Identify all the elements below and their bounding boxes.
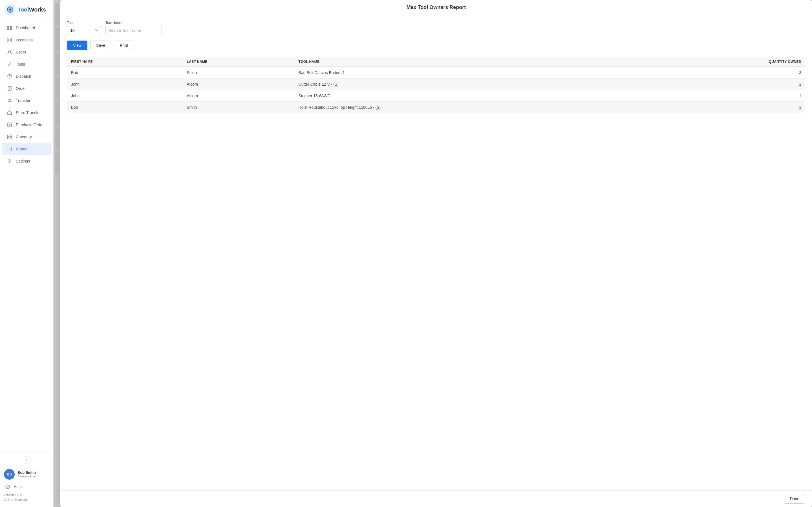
- sidebar-item-purchase-order[interactable]: Purchase Order: [2, 119, 52, 131]
- dispatch-icon: [7, 73, 12, 79]
- cell-last-name: Smith: [183, 102, 294, 113]
- dashboard-label: Dashboard: [16, 25, 35, 30]
- modal-header: Max Tool Owners Report: [60, 0, 812, 15]
- tool-name-filter-group: Tool Name: [105, 21, 162, 35]
- users-label: Users: [16, 50, 26, 54]
- svg-rect-9: [10, 38, 11, 40]
- help-icon: [5, 484, 10, 489]
- modal-body: Top 10 5 15 20 25 Tool Name: [60, 15, 812, 490]
- svg-rect-4: [10, 25, 12, 27]
- svg-rect-8: [8, 41, 9, 42]
- sidebar-nav: Dashboard Locations Users Tools: [0, 19, 53, 451]
- collapse-circle[interactable]: [23, 456, 31, 464]
- cell-tool-name: Bag Bolt Canvas Bottom 1: [295, 67, 647, 78]
- svg-rect-5: [7, 28, 9, 30]
- svg-rect-7: [8, 38, 9, 40]
- sidebar-item-transfer[interactable]: Transfer: [2, 95, 52, 107]
- user-name: Bob Smith: [17, 470, 38, 474]
- locations-icon: [7, 37, 12, 43]
- sidebar: ToolWorks Dashboard Locations Users: [0, 0, 54, 507]
- col-quantity: QUANTITY OWNED: [647, 57, 805, 67]
- logo-icon: [5, 4, 15, 15]
- cell-tool-name: Hoist Roustabout 15Ft Top Height 1500Lb …: [295, 102, 647, 113]
- cell-last-name: Smith: [183, 67, 294, 78]
- version-info: version 1.0.0 2021 © Meghsoft: [0, 492, 53, 505]
- cell-first-name: John: [67, 78, 183, 90]
- category-label: Category: [16, 135, 32, 139]
- sidebar-item-order[interactable]: Order: [2, 82, 52, 94]
- sidebar-item-locations[interactable]: Locations: [2, 34, 52, 46]
- sidebar-item-category[interactable]: Category: [2, 131, 52, 143]
- table-row: Bob Smith Bag Bolt Canvas Bottom 1 3: [67, 67, 805, 78]
- cell-quantity: 3: [647, 67, 805, 78]
- svg-point-27: [9, 161, 10, 162]
- cell-last-name: Alcorn: [183, 90, 294, 102]
- main-area: Max Tool Owners Report Top 10 5 15 20: [54, 0, 812, 507]
- svg-rect-19: [8, 135, 9, 136]
- report-icon: [7, 146, 12, 152]
- help-item[interactable]: Help: [0, 482, 53, 492]
- sidebar-item-dispatch[interactable]: Dispatch: [2, 70, 52, 82]
- cell-first-name: Bob: [67, 102, 183, 113]
- locations-label: Locations: [16, 38, 33, 42]
- modal-title: Max Tool Owners Report: [67, 4, 805, 10]
- store-transfer-label: Store Transfer: [16, 110, 41, 115]
- transfer-label: Transfer: [16, 98, 31, 103]
- svg-rect-3: [7, 25, 9, 27]
- top-filter-group: Top 10 5 15 20 25: [67, 21, 101, 35]
- sidebar-item-users[interactable]: Users: [2, 46, 52, 58]
- sidebar-item-settings[interactable]: Settings: [2, 155, 52, 167]
- cell-first-name: Bob: [67, 67, 183, 78]
- tool-name-label: Tool Name: [105, 21, 162, 25]
- help-label: Help: [13, 485, 22, 489]
- sidebar-item-tools[interactable]: Tools: [2, 58, 52, 70]
- table-row: Bob Smith Hoist Roustabout 15Ft Top Heig…: [67, 102, 805, 113]
- done-button[interactable]: Done: [784, 494, 805, 504]
- settings-icon: [7, 158, 12, 164]
- btn-row: View Save Print: [67, 41, 805, 50]
- tools-label: Tools: [16, 62, 25, 66]
- svg-rect-20: [10, 135, 12, 136]
- category-icon: [7, 134, 12, 140]
- sidebar-item-dashboard[interactable]: Dashboard: [2, 22, 52, 34]
- cell-quantity: 1: [647, 102, 805, 113]
- svg-rect-6: [10, 28, 12, 30]
- app-logo: ToolWorks: [0, 0, 53, 19]
- svg-rect-21: [8, 137, 9, 139]
- order-icon: [7, 86, 12, 91]
- sidebar-collapse[interactable]: [0, 456, 53, 464]
- modal-overlay: Max Tool Owners Report Top 10 5 15 20: [54, 0, 812, 507]
- print-button[interactable]: Print: [114, 41, 134, 50]
- table-header-row: FIRST NAME LAST NAME TOOL NAME QUANTITY …: [67, 57, 805, 67]
- save-button[interactable]: Save: [90, 41, 111, 50]
- table-header: FIRST NAME LAST NAME TOOL NAME QUANTITY …: [67, 57, 805, 67]
- cell-last-name: Alcorn: [183, 78, 294, 90]
- modal-footer: Done: [60, 490, 812, 507]
- svg-rect-22: [10, 137, 12, 139]
- version-text: version 1.0.0: [4, 493, 49, 498]
- modal: Max Tool Owners Report Top 10 5 15 20: [60, 0, 812, 507]
- settings-label: Settings: [16, 159, 30, 163]
- cell-quantity: 1: [647, 90, 805, 102]
- tool-name-input[interactable]: [105, 26, 162, 35]
- order-label: Order: [16, 86, 26, 91]
- app-name: ToolWorks: [17, 6, 46, 13]
- user-info: Bob Smith Awsome User!: [17, 470, 38, 478]
- copyright-text: 2021 © Meghsoft: [4, 497, 49, 503]
- col-last-name: LAST NAME: [183, 57, 294, 67]
- tools-icon: [7, 61, 12, 67]
- transfer-icon: [7, 98, 12, 103]
- purchase-order-label: Purchase Order: [16, 122, 44, 127]
- user-profile[interactable]: BS Bob Smith Awsome User!: [0, 467, 53, 482]
- col-tool-name: TOOL NAME: [295, 57, 647, 67]
- view-button[interactable]: View: [67, 41, 87, 50]
- col-first-name: FIRST NAME: [67, 57, 183, 67]
- table-row: John Alcorn Cutter Cable 12 V - (S) 1: [67, 78, 805, 90]
- top-select[interactable]: 10 5 15 20 25: [67, 26, 101, 35]
- sidebar-item-store-transfer[interactable]: Store Transfer: [2, 107, 52, 119]
- svg-rect-10: [10, 41, 11, 42]
- cell-tool-name: Stripper 18-6AWG: [295, 90, 647, 102]
- sidebar-item-report[interactable]: Report: [2, 143, 52, 155]
- content-area: Max Tool Owners Report Top 10 5 15 20: [54, 0, 812, 507]
- filter-row: Top 10 5 15 20 25 Tool Name: [67, 21, 805, 35]
